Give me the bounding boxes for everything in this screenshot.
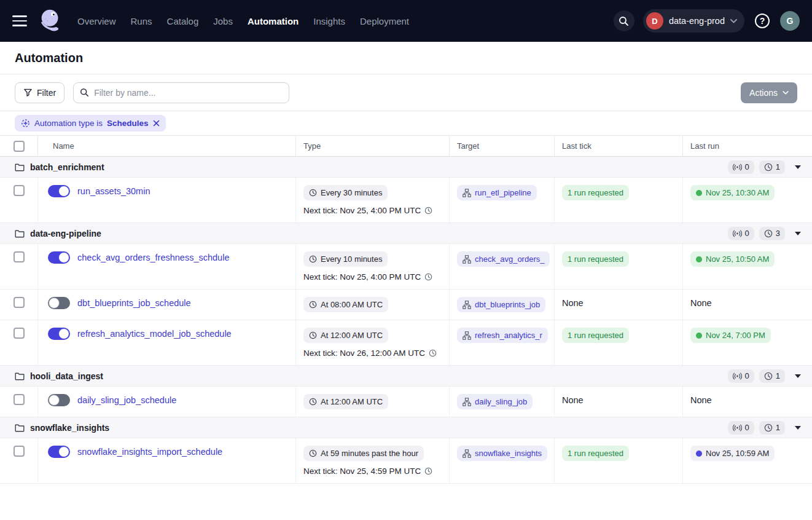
sensor-count: 0 — [745, 162, 749, 171]
global-search-button[interactable] — [614, 10, 634, 31]
row-checkbox[interactable] — [14, 394, 25, 405]
clock-icon — [764, 372, 773, 380]
clock-icon — [424, 273, 432, 281]
schedule-toggle[interactable] — [48, 297, 70, 309]
schedule-toggle[interactable] — [48, 185, 70, 197]
sensor-icon — [733, 230, 742, 237]
hamburger-menu-icon[interactable] — [12, 15, 27, 26]
job-graph-icon — [463, 189, 471, 197]
group-row[interactable]: data-eng-pipeline 0 3 — [0, 223, 812, 244]
row-checkbox[interactable] — [14, 328, 25, 339]
next-tick-text: Next tick: Nov 25, 4:00 PM UTC — [303, 206, 442, 215]
select-all-checkbox[interactable] — [14, 141, 25, 152]
last-run-pill[interactable]: Nov 25, 10:50 AM — [690, 251, 775, 267]
automation-type-filter-chip[interactable]: Automation type is Schedules — [15, 115, 166, 132]
run-status-dot — [696, 190, 702, 196]
schedule-name-link[interactable]: refresh_analytics_model_job_schedule — [77, 329, 232, 339]
last-run-pill[interactable]: Nov 25, 10:59 AM — [690, 446, 775, 461]
sensor-icon — [733, 424, 742, 431]
target-pill[interactable]: check_avg_orders_ — [457, 251, 550, 267]
job-graph-icon — [463, 301, 471, 309]
schedule-name-link[interactable]: daily_sling_job_schedule — [77, 395, 176, 405]
target-pill[interactable]: refresh_analytics_r — [457, 328, 548, 343]
clock-icon — [429, 349, 437, 357]
help-button[interactable]: ? — [753, 12, 771, 30]
clock-icon — [309, 398, 317, 406]
schedule-name-link[interactable]: run_assets_30min — [77, 186, 150, 196]
schedule-name-link[interactable]: check_avg_orders_freshness_schdule — [77, 253, 229, 262]
schedule-count-badge: 1 — [759, 160, 785, 174]
column-header-type: Type — [296, 136, 450, 156]
sensor-icon — [733, 372, 742, 380]
search-icon — [619, 16, 629, 26]
nav-item-jobs[interactable]: Jobs — [213, 16, 233, 26]
schedule-toggle[interactable] — [48, 394, 70, 406]
schedule-count-badge: 3 — [759, 227, 785, 240]
schedule-toggle[interactable] — [48, 446, 70, 458]
row-checkbox[interactable] — [14, 185, 25, 196]
toggle-knob — [49, 395, 60, 406]
name-filter-input[interactable] — [94, 88, 283, 98]
job-graph-icon — [463, 255, 471, 264]
collapse-caret-icon[interactable] — [794, 230, 802, 237]
top-nav-bar: OverviewRunsCatalogJobsAutomationInsight… — [0, 0, 812, 42]
target-pill[interactable]: dbt_blueprints_job — [457, 297, 545, 312]
collapse-caret-icon[interactable] — [794, 373, 802, 379]
toggle-knob — [58, 446, 69, 457]
table-row: check_avg_orders_freshness_schdule Every… — [0, 244, 812, 290]
svg-text:?: ? — [760, 16, 765, 26]
run-status-dot — [696, 256, 702, 262]
last-run-pill[interactable]: Nov 24, 7:00 PM — [690, 328, 771, 343]
nav-item-catalog[interactable]: Catalog — [167, 16, 199, 26]
schedule-toggle[interactable] — [48, 328, 70, 340]
target-pill[interactable]: run_etl_pipeline — [457, 185, 537, 200]
question-mark-icon: ? — [753, 12, 771, 30]
schedule-toggle[interactable] — [48, 251, 70, 264]
next-tick-text: Next tick: Nov 25, 4:59 PM UTC — [303, 467, 442, 476]
row-checkbox[interactable] — [14, 297, 25, 308]
toolbar: Filter Actions — [0, 74, 812, 111]
collapse-caret-icon[interactable] — [794, 164, 802, 170]
schedule-name-link[interactable]: snowflake_insights_import_schedule — [77, 447, 222, 457]
deployment-switcher[interactable]: D data-eng-prod — [643, 9, 744, 33]
target-pill[interactable]: daily_sling_job — [457, 394, 533, 409]
schedule-interval-pill: At 08:00 AM UTC — [303, 297, 388, 312]
table-row: snowflake_insights_import_schedule At 59… — [0, 438, 812, 484]
funnel-icon — [23, 88, 33, 97]
schedule-count-badge: 1 — [759, 421, 785, 435]
close-icon[interactable] — [153, 120, 160, 127]
actions-button[interactable]: Actions — [741, 82, 797, 103]
schedule-count: 1 — [776, 371, 780, 380]
nav-item-overview[interactable]: Overview — [77, 16, 116, 26]
clock-icon — [424, 467, 432, 475]
automation-type-icon — [21, 119, 30, 128]
nav-item-deployment[interactable]: Deployment — [360, 16, 409, 26]
nav-item-runs[interactable]: Runs — [131, 16, 152, 26]
target-pill[interactable]: snowflake_insights — [457, 446, 547, 461]
last-run-pill[interactable]: Nov 25, 10:30 AM — [690, 185, 775, 200]
group-row[interactable]: hooli_data_ingest 0 1 — [0, 366, 812, 387]
last-tick-pill: 1 run requested — [562, 185, 629, 200]
group-name: hooli_data_ingest — [30, 371, 103, 381]
filter-button[interactable]: Filter — [15, 82, 64, 103]
search-icon — [80, 88, 89, 97]
job-graph-icon — [463, 331, 471, 340]
user-avatar[interactable]: G — [780, 11, 800, 31]
collapse-caret-icon[interactable] — [794, 425, 802, 431]
dagster-logo[interactable] — [37, 7, 65, 35]
schedule-interval-pill: At 12:00 AM UTC — [303, 394, 388, 409]
sensor-count-badge: 0 — [728, 160, 754, 174]
run-status-dot — [696, 451, 702, 457]
row-checkbox[interactable] — [14, 446, 25, 457]
group-row[interactable]: batch_enrichment 0 1 — [0, 157, 812, 178]
chevron-down-icon — [783, 91, 789, 95]
job-graph-icon — [463, 449, 471, 458]
nav-item-insights[interactable]: Insights — [313, 16, 345, 26]
nav-item-automation[interactable]: Automation — [248, 16, 299, 26]
group-name: batch_enrichment — [30, 162, 104, 172]
schedule-name-link[interactable]: dbt_blueprints_job_schedule — [77, 298, 191, 308]
group-row[interactable]: snowflake_insights 0 1 — [0, 417, 812, 438]
column-header-last-run: Last run — [683, 136, 812, 156]
row-checkbox[interactable] — [14, 251, 25, 262]
group-name: snowflake_insights — [30, 423, 109, 433]
